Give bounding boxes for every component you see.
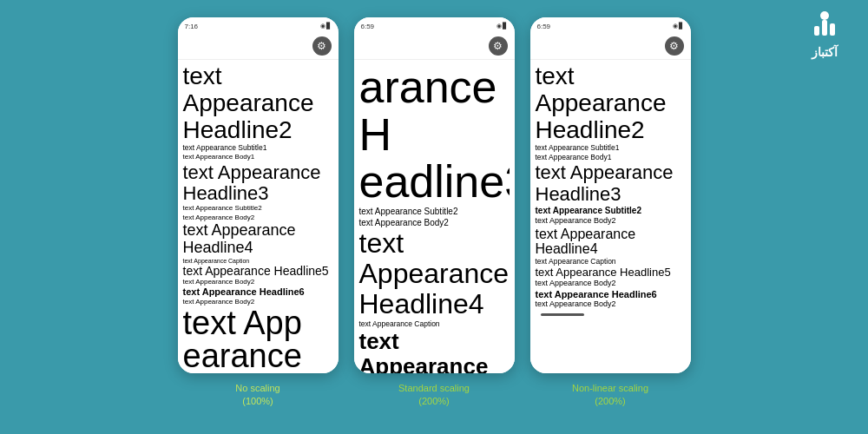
phone3-body2b: text Appearance Body2 [536,279,686,289]
phone3-subtitle1: text Appearance Subtitle1 [536,143,686,153]
phone2-headline2: arance Headline3 [359,63,510,206]
phone2-content: arance Headline3 text Appearance Subtitl… [354,60,515,373]
phone3-status-bar: 6:59 ◉ ▊ [530,17,691,33]
phone3-settings-icon[interactable]: ⚙ [665,36,684,56]
phone3-headline6: text Appearance Headline6 [536,289,686,299]
phone1-icons: ◉ ▊ [320,23,332,30]
phone1-status-bar: 7:16 ◉ ▊ [178,17,339,33]
svg-rect-2 [814,26,819,36]
phone1-headline4: text Appearance Headline4 [183,222,333,257]
logo-icon [807,9,842,43]
phone3-wrapper: 6:59 ◉ ▊ ⚙ text Appearance Headline2 tex… [530,17,691,409]
phone1-subtitle2: text Appearance Subtitle2 [183,204,333,213]
phone2: 6:59 ◉ ▊ ⚙ arance Headline3 text Appeara… [354,17,515,373]
phone3-time: 6:59 [537,23,551,30]
phone1-body2c: text Appearance Body2 [183,298,333,306]
phone1-headline3: text Appearance Headline3 [183,162,333,204]
phone1: 7:16 ◉ ▊ ⚙ text Appearance Headline2 tex… [178,17,339,373]
logo: آکتباز [790,9,859,69]
phone3-headline4: text Appearance Headline4 [536,227,686,257]
phone3-caption-label: Non-linear scaling(200%) [572,382,648,409]
phone2-subtitle2: text Appearance Subtitle2 [359,206,510,217]
phone1-body2b: text Appearance Body2 [183,278,333,286]
svg-rect-1 [822,20,827,36]
phone3-subtitle2: text Appearance Subtitle2 [536,205,686,216]
phone1-settings-icon[interactable]: ⚙ [312,36,332,56]
phone1-caption-label: No scaling(100%) [235,382,279,409]
phone2-settings-icon[interactable]: ⚙ [489,36,508,56]
phone3-body2a: text Appearance Body2 [536,216,686,227]
phone2-time: 6:59 [361,23,375,30]
phone3-toolbar: ⚙ [530,33,691,60]
phone1-headline5: text Appearance Headline5 [183,265,333,278]
phone3-headline2: text Appearance Headline2 [536,63,686,143]
phone2-wrapper: 6:59 ◉ ▊ ⚙ arance Headline3 text Appeara… [354,17,515,409]
phone3-content: text Appearance Headline2 text Appearanc… [530,60,691,373]
phone3-icons: ◉ ▊ [673,23,684,30]
phone1-toolbar: ⚙ [178,33,339,60]
main-container: 7:16 ◉ ▊ ⚙ text Appearance Headline2 tex… [0,0,868,434]
phone1-subtitle1: text Appearance Subtitle1 [183,143,333,153]
phone2-caption-label: Standard scaling(200%) [398,382,470,409]
svg-rect-3 [830,23,835,36]
phone1-headline6: text Appearance Headline6 [183,286,333,297]
svg-point-0 [820,11,829,20]
phone3-headline3: text Appearance Headline3 [536,162,686,204]
phone2-toolbar: ⚙ [354,33,515,60]
phone2-icons: ◉ ▊ [496,23,508,30]
phone1-content: text Appearance Headline2 text Appearanc… [178,60,339,373]
phone2-status-bar: 6:59 ◉ ▊ [354,17,515,33]
logo-text: آکتباز [812,45,838,59]
phone2-headline5: text Appearance Headline5 [359,329,510,373]
phone3-headline5: text Appearance Headline5 [536,266,686,279]
phone3: 6:59 ◉ ▊ ⚙ text Appearance Headline2 tex… [530,17,691,373]
phone1-wrapper: 7:16 ◉ ▊ ⚙ text Appearance Headline2 tex… [178,17,339,409]
phone3-body2c: text Appearance Body2 [536,299,686,310]
phone1-headline2: text Appearance Headline2 [183,63,333,143]
phone1-headline-large: text Appearance [183,306,333,372]
phone3-divider [541,313,584,316]
phone1-time: 7:16 [185,23,199,30]
phone2-headline4: text Appearance Headline4 [359,228,510,320]
phone2-body2a: text Appearance Body2 [359,217,510,228]
